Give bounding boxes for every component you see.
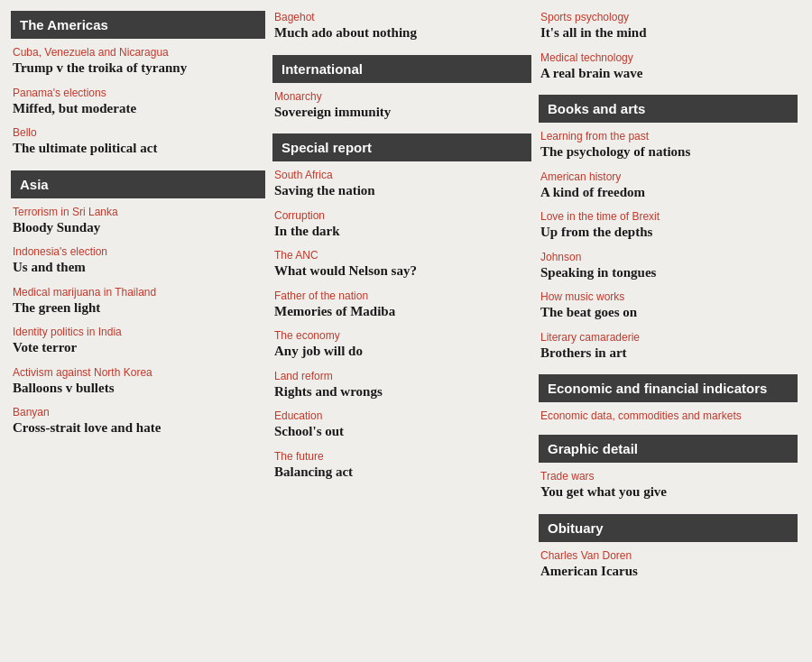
- list-item: Medical marijuana in ThailandThe green l…: [11, 286, 265, 317]
- list-item: Cuba, Venezuela and NicaraguaTrump v the…: [11, 46, 265, 78]
- main-layout: The AmericasCuba, Venezuela and Nicaragu…: [0, 0, 812, 603]
- section-header: Special report: [272, 133, 531, 161]
- item-category[interactable]: Indonesia's election: [13, 245, 263, 258]
- list-item: Economic data, commodities and markets: [539, 409, 798, 422]
- section-2-1: Books and artsLearning from the pastThe …: [539, 95, 798, 362]
- item-category[interactable]: Father of the nation: [274, 290, 530, 302]
- item-category[interactable]: Learning from the past: [540, 130, 796, 143]
- list-item: Charles Van DorenAmerican Icarus: [539, 549, 798, 581]
- item-category[interactable]: Panama's elections: [13, 87, 263, 99]
- list-item: Indonesia's electionUs and them: [11, 245, 265, 277]
- item-title: You get what you give: [540, 483, 796, 501]
- item-category[interactable]: Literary camaraderie: [540, 331, 796, 344]
- list-item: Panama's electionsMiffed, but moderate: [11, 87, 265, 118]
- list-item: The economyAny job will do: [272, 329, 531, 361]
- section-header: Economic and financial indicators: [539, 374, 798, 402]
- item-category[interactable]: Cuba, Venezuela and Nicaragua: [13, 46, 263, 59]
- list-item: Learning from the pastThe psychology of …: [539, 130, 798, 161]
- item-title: Bloody Sunday: [13, 219, 263, 237]
- item-title: Sovereign immunity: [274, 104, 530, 122]
- item-title: A real brain wave: [540, 65, 796, 83]
- item-category[interactable]: American history: [540, 170, 796, 183]
- list-item: Medical technologyA real brain wave: [539, 51, 798, 83]
- section-2-4: ObituaryCharles Van DorenAmerican Icarus: [539, 514, 798, 581]
- item-title: Brothers in art: [540, 345, 796, 363]
- item-title: Miffed, but moderate: [13, 100, 263, 118]
- item-title: In the dark: [274, 223, 530, 241]
- item-title: Balancing act: [274, 464, 530, 482]
- section-header: Graphic detail: [539, 435, 798, 463]
- item-title: Vote terror: [13, 339, 263, 357]
- section-1-0: BagehotMuch ado about nothing: [272, 11, 531, 42]
- list-item: The ANCWhat would Nelson say?: [272, 249, 531, 280]
- list-item: BanyanCross-strait love and hate: [11, 406, 265, 437]
- item-category[interactable]: Medical technology: [540, 51, 796, 64]
- item-category[interactable]: Bello: [13, 126, 263, 139]
- item-title: Rights and wrongs: [274, 383, 530, 401]
- list-item: How music worksThe beat goes on: [539, 290, 798, 322]
- item-title: Any job will do: [274, 343, 530, 361]
- section-2-2: Economic and financial indicatorsEconomi…: [539, 374, 798, 422]
- item-title: Much ado about nothing: [274, 24, 530, 42]
- list-item: Terrorism in Sri LankaBloody Sunday: [11, 206, 265, 237]
- item-category[interactable]: Education: [274, 409, 530, 422]
- item-category[interactable]: Corruption: [274, 209, 530, 222]
- item-title: School's out: [274, 423, 530, 441]
- item-category[interactable]: Bagehot: [274, 11, 530, 23]
- item-title: Saving the nation: [274, 182, 530, 200]
- item-category[interactable]: Identity politics in India: [13, 326, 263, 338]
- column-1: BagehotMuch ado about nothingInternation…: [269, 7, 535, 596]
- item-category[interactable]: South Africa: [274, 169, 530, 181]
- item-category[interactable]: Terrorism in Sri Lanka: [13, 206, 263, 218]
- section-0-1: AsiaTerrorism in Sri LankaBloody SundayI…: [11, 170, 265, 437]
- list-item: Love in the time of BrexitUp from the de…: [539, 210, 798, 242]
- list-item: The futureBalancing act: [272, 450, 531, 482]
- section-2-3: Graphic detailTrade warsYou get what you…: [539, 435, 798, 501]
- list-item: Land reformRights and wrongs: [272, 370, 531, 401]
- list-item: Trade warsYou get what you give: [539, 470, 798, 501]
- item-title: The psychology of nations: [540, 143, 796, 161]
- section-1-2: Special reportSouth AfricaSaving the nat…: [272, 133, 531, 481]
- list-item: EducationSchool's out: [272, 409, 531, 441]
- item-title: A kind of freedom: [540, 184, 796, 202]
- item-category[interactable]: Charles Van Doren: [540, 549, 796, 562]
- item-category[interactable]: Medical marijuana in Thailand: [13, 286, 263, 299]
- item-title: Cross-strait love and hate: [13, 419, 263, 437]
- item-category[interactable]: The ANC: [274, 249, 530, 262]
- item-title: Up from the depths: [540, 224, 796, 242]
- item-category[interactable]: Trade wars: [540, 470, 796, 483]
- section-header: The Americas: [11, 11, 265, 39]
- item-title: Memories of Madiba: [274, 303, 530, 321]
- item-category[interactable]: Monarchy: [274, 90, 530, 103]
- section-header: Books and arts: [539, 95, 798, 123]
- item-link[interactable]: Economic data, commodities and markets: [540, 409, 796, 422]
- item-title: It's all in the mind: [540, 24, 796, 42]
- item-title: The green light: [13, 299, 263, 317]
- item-title: Trump v the troika of tyranny: [13, 60, 263, 78]
- item-category[interactable]: Banyan: [13, 406, 263, 418]
- list-item: BagehotMuch ado about nothing: [272, 11, 531, 42]
- list-item: Sports psychologyIt's all in the mind: [539, 11, 798, 42]
- item-category[interactable]: Activism against North Korea: [13, 366, 263, 379]
- item-category[interactable]: Land reform: [274, 370, 530, 382]
- section-header: International: [272, 55, 531, 83]
- item-category[interactable]: The future: [274, 450, 530, 463]
- item-title: What would Nelson say?: [274, 262, 530, 280]
- item-category[interactable]: Love in the time of Brexit: [540, 210, 796, 223]
- section-header: Asia: [11, 170, 265, 198]
- list-item: CorruptionIn the dark: [272, 209, 531, 241]
- item-title: Balloons v bullets: [13, 380, 263, 398]
- item-title: Us and them: [13, 259, 263, 277]
- item-category[interactable]: The economy: [274, 329, 530, 342]
- list-item: South AfricaSaving the nation: [272, 169, 531, 200]
- item-category[interactable]: Sports psychology: [540, 11, 796, 23]
- section-header: Obituary: [539, 514, 798, 542]
- item-title: Speaking in tongues: [540, 264, 796, 282]
- item-category[interactable]: Johnson: [540, 251, 796, 263]
- list-item: Literary camaraderieBrothers in art: [539, 331, 798, 363]
- section-1-1: InternationalMonarchySovereign immunity: [272, 55, 531, 122]
- list-item: Activism against North KoreaBalloons v b…: [11, 366, 265, 398]
- section-0-0: The AmericasCuba, Venezuela and Nicaragu…: [11, 11, 265, 158]
- list-item: MonarchySovereign immunity: [272, 90, 531, 122]
- item-category[interactable]: How music works: [540, 290, 796, 303]
